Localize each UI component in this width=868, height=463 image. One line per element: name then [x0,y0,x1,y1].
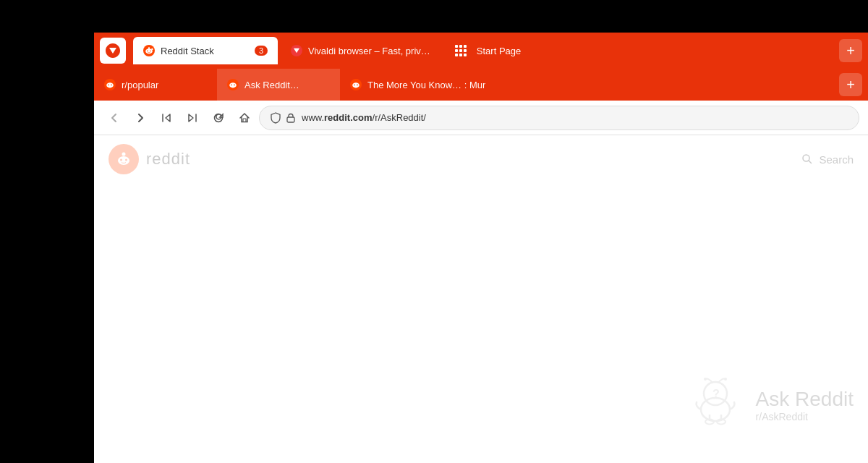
svg-rect-29 [287,117,294,122]
stacked-tab-moreknow[interactable]: The More You Know… : Mur [340,69,495,101]
vivaldi-logo-svg [104,42,122,59]
address-domain: reddit.com [324,112,372,123]
reddit-wordmark: reddit [146,150,190,169]
reddit-alien-logo [114,149,134,169]
tab-bar-top: Reddit Stack 3 Vivaldi browser – Fast, p… [94,33,868,69]
ask-reddit-mascot: ? [686,376,744,434]
reload-icon [213,112,224,124]
tab-favicon-reddit [143,45,155,56]
ask-reddit-title: Ask Reddit [756,388,854,411]
tab-vivaldi-browser[interactable]: Vivaldi browser – Fast, priv… [281,37,441,64]
skip-forward-icon [187,113,197,123]
stacked-tab-favicon-ask [227,79,239,90]
svg-point-23 [234,85,235,86]
svg-point-26 [354,85,355,86]
svg-point-17 [106,82,114,88]
svg-rect-10 [455,49,458,52]
svg-point-4 [148,47,150,48]
svg-rect-8 [459,45,462,48]
svg-point-21 [229,82,237,88]
ask-reddit-sub: r/AskReddit [756,411,854,422]
reload-button[interactable] [207,106,230,129]
svg-point-31 [118,156,129,165]
back-icon [109,113,119,123]
svg-point-27 [357,85,358,86]
tab-bar-second: r/popular Ask Reddit… The More You Know…… [94,69,868,101]
skip-back-button[interactable] [155,106,178,129]
reddit-search[interactable]: Search [801,153,854,166]
stacked-tab-ask-label: Ask Reddit… [244,80,299,90]
svg-point-33 [125,159,127,161]
back-button[interactable] [103,106,126,129]
stacked-tab-rpopular[interactable]: r/popular [94,69,217,101]
svg-point-18 [108,85,109,86]
tab-badge: 3 [255,46,268,56]
page-content: reddit Search ? [94,135,868,463]
svg-point-42 [724,378,727,381]
shield-icon [270,112,281,124]
skip-back-icon [161,113,171,123]
svg-point-34 [122,153,126,156]
address-bar[interactable]: www.reddit.com/r/AskReddit/ [259,106,859,130]
tab-reddit-stack[interactable]: Reddit Stack 3 [133,37,278,64]
lock-icon [286,113,296,123]
svg-point-25 [352,82,359,88]
stacked-tab-askreddit[interactable]: Ask Reddit… [217,69,340,101]
stacked-tab-favicon-more [350,79,362,90]
apps-start-area: Start Page [449,39,521,62]
home-button[interactable] [233,106,256,129]
search-label: Search [819,153,854,166]
svg-point-2 [147,51,148,52]
reddit-logo [109,144,139,174]
svg-rect-9 [464,45,467,48]
start-page-label[interactable]: Start Page [477,46,521,56]
stacked-tab-popular-label: r/popular [122,80,158,90]
svg-rect-14 [459,54,462,56]
home-icon [239,112,250,124]
svg-rect-15 [464,54,467,56]
svg-rect-13 [455,54,458,56]
svg-point-19 [111,85,112,86]
address-text: www.reddit.com/r/AskReddit/ [302,112,848,123]
browser-window: Reddit Stack 3 Vivaldi browser – Fast, p… [94,33,868,463]
ask-reddit-branding: ? Ask Reddit r/AskReddit [686,376,854,434]
svg-text:?: ? [712,388,720,400]
svg-rect-12 [464,49,467,52]
svg-point-22 [231,85,232,86]
search-icon [801,153,813,165]
reddit-header: reddit Search [94,135,868,183]
tab-reddit-stack-label: Reddit Stack [161,46,214,56]
tab-favicon-vivaldi [291,45,302,56]
svg-point-36 [701,398,730,421]
forward-icon [135,113,145,123]
stacked-tab-favicon-popular [104,79,116,90]
svg-point-32 [120,159,122,161]
ask-reddit-text: Ask Reddit r/AskReddit [756,388,854,422]
tab-vivaldi-label: Vivaldi browser – Fast, priv… [308,46,430,56]
svg-point-41 [704,378,707,381]
skip-forward-button[interactable] [181,106,204,129]
svg-point-3 [150,51,151,52]
grid-icon [455,45,467,56]
stacked-new-tab-button[interactable]: + [839,73,862,96]
nav-bar: www.reddit.com/r/AskReddit/ [94,101,868,135]
apps-grid-button[interactable] [449,39,472,62]
security-icons [270,112,296,124]
svg-rect-11 [459,49,462,52]
svg-rect-7 [455,45,458,48]
stacked-tab-more-label: The More You Know… : Mur [367,80,485,90]
svg-point-5 [151,48,153,50]
vivaldi-logo[interactable] [100,38,126,64]
forward-button[interactable] [129,106,152,129]
new-tab-button[interactable]: + [839,39,862,62]
